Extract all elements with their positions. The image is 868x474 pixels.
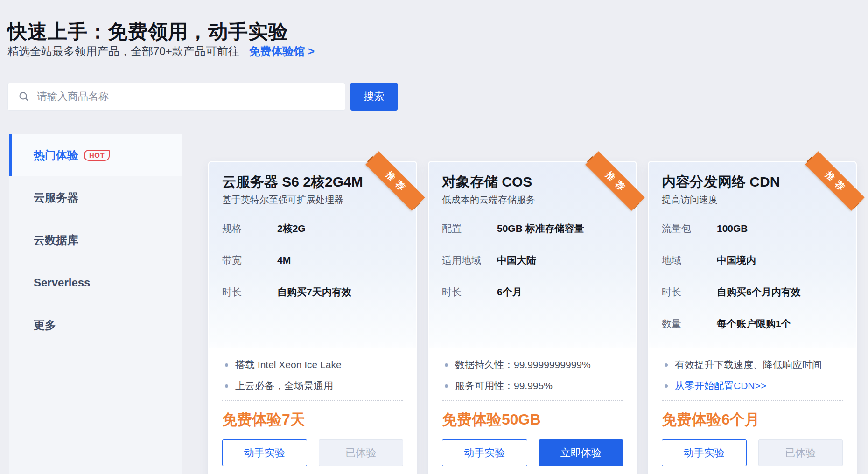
dotted-divider: [222, 400, 403, 401]
sidebar-item-label: 热门体验: [34, 148, 78, 163]
spec-list: 流量包100GB地域中国境内时长自购买6个月内有效数量每个账户限购1个: [662, 213, 843, 340]
spec-value: 中国境内: [717, 254, 756, 267]
hands-on-lab-button[interactable]: 动手实验: [442, 439, 527, 466]
spec-value: 中国大陆: [497, 254, 536, 267]
spec-list: 规格2核2G带宽4M时长自购买7天内有效: [222, 213, 403, 308]
search-input[interactable]: [36, 90, 340, 103]
product-title: 云服务器 S6 2核2G4M: [222, 173, 403, 191]
spec-value: 4M: [277, 255, 291, 266]
search-button[interactable]: 搜索: [350, 83, 398, 111]
feature-item: 服务可用性：99.995%: [442, 379, 623, 392]
button-row: 动手实验立即体验: [442, 439, 623, 466]
feature-list: 有效提升下载速度、降低响应时间从零开始配置CDN>>: [662, 358, 843, 392]
spec-label: 带宽: [222, 254, 277, 267]
sidebar-item-cdb[interactable]: 云数据库: [9, 219, 182, 261]
product-subtitle: 提高访问速度: [662, 194, 843, 206]
search-icon: [18, 91, 29, 102]
free-trial-offer: 免费体验7天: [222, 411, 403, 428]
spec-row: 带宽4M: [222, 244, 403, 276]
spec-label: 数量: [662, 317, 717, 330]
sidebar-item-label: 云服务器: [34, 190, 78, 205]
free-trial-offer: 免费体验6个月: [662, 411, 843, 428]
feature-link-text: 从零开始配置CDN>>: [675, 379, 766, 392]
feature-text: 上云必备，全场景通用: [235, 379, 333, 392]
product-title: 对象存储 COS: [442, 173, 623, 191]
free-trial-hall-link[interactable]: 免费体验馆 >: [249, 45, 315, 57]
feature-text: 服务可用性：99.995%: [455, 379, 553, 392]
sidebar-item-more[interactable]: 更多: [9, 304, 182, 346]
spec-row: 配置50GB 标准存储容量: [442, 213, 623, 244]
try-now-button[interactable]: 立即体验: [539, 439, 623, 466]
sidebar-item-label: 更多: [34, 318, 56, 333]
sidebar-item-label: 云数据库: [34, 233, 78, 248]
sidebar-item-cvm[interactable]: 云服务器: [9, 176, 182, 219]
subtitle-text: 精选全站最多领用产品，全部70+款产品可前往: [7, 45, 239, 57]
spec-value: 100GB: [717, 223, 748, 234]
spec-label: 流量包: [662, 222, 717, 235]
spec-label: 规格: [222, 222, 277, 235]
card-header-section: 云服务器 S6 2核2G4M 基于英特尔至强可扩展处理器 规格2核2G带宽4M时…: [209, 162, 416, 348]
spec-label: 时长: [662, 286, 717, 299]
card-header-section: 内容分发网络 CDN 提高访问速度 流量包100GB地域中国境内时长自购买6个月…: [649, 162, 856, 348]
experienced-button: 已体验: [319, 439, 404, 466]
spec-label: 适用地域: [442, 254, 497, 267]
spec-label: 时长: [442, 286, 497, 299]
feature-list: 搭载 Intel Xeon Ice Lake上云必备，全场景通用: [222, 358, 403, 392]
sidebar-item-hot[interactable]: 热门体验 HOT: [9, 134, 182, 176]
feature-text: 数据持久性：99.9999999999%: [455, 358, 591, 371]
spec-value: 自购买7天内有效: [277, 286, 351, 299]
spec-row: 时长自购买7天内有效: [222, 276, 403, 308]
product-card: 推荐 对象存储 COS 低成本的云端存储服务 配置50GB 标准存储容量适用地域…: [428, 161, 637, 474]
dotted-divider: [442, 400, 623, 401]
card-footer-section: 数据持久性：99.9999999999%服务可用性：99.995% 免费体验50…: [429, 348, 636, 474]
card-header-section: 对象存储 COS 低成本的云端存储服务 配置50GB 标准存储容量适用地域中国大…: [429, 162, 636, 348]
feature-text: 搭载 Intel Xeon Ice Lake: [235, 358, 342, 371]
spec-list: 配置50GB 标准存储容量适用地域中国大陆时长6个月: [442, 213, 623, 308]
sidebar: 热门体验 HOT 云服务器 云数据库 Serverless 更多: [9, 134, 182, 474]
spec-value: 每个账户限购1个: [717, 317, 791, 330]
spec-row: 时长自购买6个月内有效: [662, 276, 843, 308]
product-subtitle: 基于英特尔至强可扩展处理器: [222, 194, 403, 206]
product-subtitle: 低成本的云端存储服务: [442, 194, 623, 206]
hands-on-lab-button[interactable]: 动手实验: [662, 439, 747, 466]
dotted-divider: [662, 400, 843, 401]
bullet-dot-icon: [225, 384, 228, 388]
card-footer-section: 搭载 Intel Xeon Ice Lake上云必备，全场景通用 免费体验7天 …: [209, 348, 416, 474]
bullet-dot-icon: [445, 363, 448, 367]
spec-value: 6个月: [497, 286, 522, 299]
feature-list: 数据持久性：99.9999999999%服务可用性：99.995%: [442, 358, 623, 392]
feature-text: 有效提升下载速度、降低响应时间: [675, 358, 822, 371]
feature-link[interactable]: 从零开始配置CDN>>: [662, 379, 843, 392]
free-trial-offer: 免费体验50GB: [442, 411, 623, 428]
bullet-dot-icon: [665, 384, 668, 388]
product-card: 推荐 内容分发网络 CDN 提高访问速度 流量包100GB地域中国境内时长自购买…: [648, 161, 857, 474]
card-list: 推荐 云服务器 S6 2核2G4M 基于英特尔至强可扩展处理器 规格2核2G带宽…: [208, 161, 857, 474]
feature-item: 数据持久性：99.9999999999%: [442, 358, 623, 371]
sidebar-item-serverless[interactable]: Serverless: [9, 261, 182, 304]
bullet-dot-icon: [225, 363, 228, 367]
spec-row: 数量每个账户限购1个: [662, 308, 843, 340]
spec-row: 规格2核2G: [222, 213, 403, 244]
feature-item: 上云必备，全场景通用: [222, 379, 403, 392]
free-trial-page: 快速上手：免费领用，动手实验 精选全站最多领用产品，全部70+款产品可前往 免费…: [0, 0, 868, 474]
spec-label: 配置: [442, 222, 497, 235]
spec-row: 时长6个月: [442, 276, 623, 308]
spec-value: 自购买6个月内有效: [717, 286, 801, 299]
sidebar-item-label: Serverless: [34, 276, 90, 289]
bullet-dot-icon: [445, 384, 448, 388]
search-input-container[interactable]: [7, 83, 345, 111]
bullet-dot-icon: [665, 363, 668, 367]
spec-row: 地域中国境内: [662, 244, 843, 276]
hands-on-lab-button[interactable]: 动手实验: [222, 439, 307, 466]
spec-value: 50GB 标准存储容量: [497, 222, 584, 235]
spec-row: 适用地域中国大陆: [442, 244, 623, 276]
feature-item: 有效提升下载速度、降低响应时间: [662, 358, 843, 371]
card-footer-section: 有效提升下载速度、降低响应时间从零开始配置CDN>> 免费体验6个月 动手实验已…: [649, 348, 856, 474]
page-subtitle: 精选全站最多领用产品，全部70+款产品可前往 免费体验馆 >: [7, 44, 315, 59]
product-title: 内容分发网络 CDN: [662, 173, 843, 191]
spec-row: 流量包100GB: [662, 213, 843, 244]
product-card: 推荐 云服务器 S6 2核2G4M 基于英特尔至强可扩展处理器 规格2核2G带宽…: [208, 161, 417, 474]
page-title: 快速上手：免费领用，动手实验: [7, 19, 288, 45]
spec-value: 2核2G: [277, 222, 306, 235]
spec-label: 地域: [662, 254, 717, 267]
